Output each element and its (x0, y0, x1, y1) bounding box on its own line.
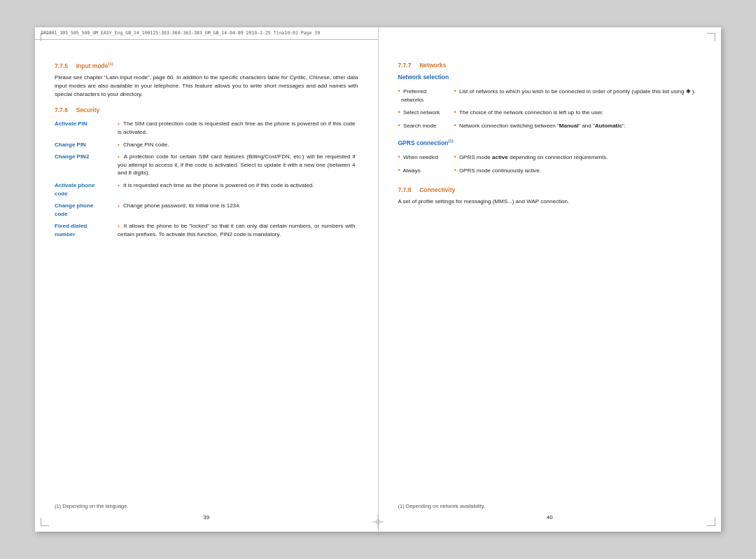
section-776-title: Security (76, 106, 100, 113)
row-label-change-pin: Change PIN (55, 139, 118, 151)
row-text-fixed-dialed: • It allows the phone to be "locked" so … (118, 220, 358, 240)
net-label-search: • Search mode (398, 119, 454, 132)
table-row: Change PIN • Change PIN code. (55, 139, 358, 151)
table-row: • Always • GPRS mode continuously active… (398, 164, 702, 177)
section-775-heading: 7.7.5 Input mode(1) (55, 61, 358, 70)
row-text-change-pin2: • A protection code for certain SIM card… (118, 151, 358, 179)
row-text-change-phone: • Change phone password, its initial one… (118, 200, 358, 220)
page-left: IP2801_305_505_508_UM_EASY_Eng_GB_24_100… (35, 27, 379, 532)
table-row: Activate PIN • The SIM card protection c… (55, 118, 358, 138)
table-row: • Select network • The choice of the net… (398, 106, 702, 119)
section-775-super: (1) (108, 62, 113, 66)
row-text-activate-phone: • It is requested each time as the phone… (118, 179, 358, 200)
row-text-activate-pin: • The SIM card protection code is reques… (118, 118, 358, 138)
gprs-super: (1) (448, 139, 453, 143)
footnote-left: (1) Depending on the language. (55, 503, 129, 511)
row-label-change-pin2: Change PIN2 (55, 151, 118, 179)
footnote-right: (1) Depending on network availability. (398, 503, 486, 511)
section-777-heading: 7.7.7 Networks (398, 61, 702, 69)
section-777-title: Networks (419, 62, 446, 69)
section-778-body: A set of profile settings for messaging … (398, 198, 702, 206)
row-label-fixed-dialed: Fixed dialednumber (55, 220, 118, 240)
section-775-title: Input mode (76, 62, 108, 69)
section-776-num: 7.7.6 (55, 106, 68, 113)
gprs-table: • When needed • GPRS mode active dependi… (398, 151, 702, 177)
security-table: Activate PIN • The SIM card protection c… (55, 118, 358, 240)
gprs-label-always: • Always (398, 164, 454, 177)
page-number-right: 40 (379, 513, 722, 522)
table-row: • When needed • GPRS mode active dependi… (398, 151, 702, 164)
section-778-num: 7.7.8 (398, 186, 412, 193)
table-row: Fixed dialednumber • It allows the phone… (55, 220, 358, 240)
row-label-activate-phone: Activate phonecode (55, 179, 118, 200)
table-row: Change phonecode • Change phone password… (55, 200, 358, 220)
section-777-num: 7.7.7 (398, 62, 412, 69)
gprs-text-always: • GPRS mode continuously active. (454, 164, 702, 177)
row-text-change-pin: • Change PIN code. (118, 139, 358, 151)
net-text-preferred: • List of networks to which you wish to … (454, 85, 702, 106)
section-778-heading: 7.7.8 Connectivity (398, 186, 702, 194)
section-776-heading: 7.7.6 Security (55, 106, 358, 114)
table-row: • Search mode • Network connection switc… (398, 119, 702, 132)
net-label-select: • Select network (398, 106, 454, 119)
page-right: 7.7.7 Networks Network selection • Prefe… (379, 27, 722, 532)
gprs-title: GPRS connection (398, 139, 449, 146)
network-table: • Preferred networks • List of networks … (398, 85, 702, 133)
section-775-num: 7.7.5 (55, 62, 68, 69)
row-label-change-phone: Change phonecode (55, 200, 118, 220)
net-text-search: • Network connection switching between "… (454, 119, 702, 132)
section-775-body: Please see chapter "Latin input mode", p… (55, 74, 358, 99)
center-crosshair (372, 515, 384, 532)
page-spread: IP2801_305_505_508_UM_EASY_Eng_GB_24_100… (35, 27, 721, 532)
gprs-label-when: • When needed (398, 151, 454, 164)
net-text-select: • The choice of the network connection i… (454, 106, 702, 119)
section-778-title: Connectivity (419, 186, 455, 193)
gprs-heading: GPRS connection(1) (398, 138, 702, 147)
page-number-left: 39 (35, 513, 378, 522)
table-row: • Preferred networks • List of networks … (398, 85, 702, 106)
gprs-text-when: • GPRS mode active depending on connecti… (454, 151, 702, 164)
net-label-preferred: • Preferred networks (398, 85, 454, 106)
row-label-activate-pin: Activate PIN (55, 118, 118, 138)
table-row: Change PIN2 • A protection code for cert… (55, 151, 358, 179)
header-strip-left: IP2801_305_505_508_UM_EASY_Eng_GB_24_100… (35, 27, 378, 40)
table-row: Activate phonecode • It is requested eac… (55, 179, 358, 200)
left-page-content: 7.7.5 Input mode(1) Please see chapter "… (55, 61, 358, 241)
right-page-content: 7.7.7 Networks Network selection • Prefe… (398, 61, 702, 206)
network-selection-title: Network selection (398, 73, 702, 81)
